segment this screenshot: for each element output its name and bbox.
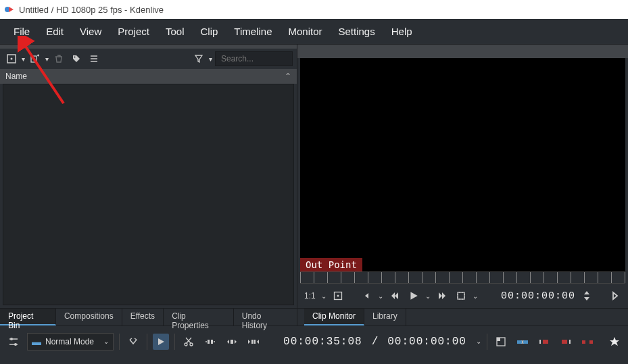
clip-monitor-panel: Out Point 1:1 ⌄ ⌄ ⌄ ⌄ 00:00:00:00 (297, 45, 628, 308)
app-icon (4, 4, 15, 15)
tab-effects[interactable]: Effects (122, 309, 164, 326)
separator (174, 334, 175, 350)
svg-point-5 (74, 57, 76, 58)
timeline-position-timecode[interactable]: 00:00:35:08 (283, 336, 362, 348)
menu-edit[interactable]: Edit (38, 22, 72, 41)
rewind-button[interactable] (387, 288, 402, 303)
insert-button[interactable] (224, 334, 240, 350)
menu-help[interactable]: Help (383, 22, 420, 41)
zone-in-button[interactable] (536, 334, 552, 350)
project-bin-panel: ▾ ▾ ▾ Name ⌃ (0, 45, 297, 308)
menu-tool[interactable]: Tool (158, 22, 193, 41)
timecode-stepper[interactable] (579, 288, 594, 303)
chevron-down-icon[interactable]: ▾ (45, 55, 49, 63)
next-button[interactable] (608, 288, 623, 303)
add-clip-button[interactable] (28, 51, 43, 66)
menu-file[interactable]: File (5, 22, 38, 41)
delete-clip-button (51, 51, 66, 66)
chevron-down-icon[interactable]: ⌄ (473, 292, 478, 300)
svg-rect-22 (543, 340, 548, 344)
menu-settings[interactable]: Settings (331, 22, 383, 41)
sort-chevron-icon: ⌃ (285, 72, 291, 81)
svg-point-10 (14, 343, 17, 346)
tab-clip-monitor[interactable]: Clip Monitor (304, 309, 364, 326)
mode-label: Normal Mode (45, 337, 94, 346)
edit-mode-select[interactable]: ▬ Normal Mode ⌄ (27, 333, 114, 350)
timecode-separator: / (372, 336, 379, 348)
zoom-label[interactable]: 1:1 (303, 291, 317, 301)
svg-point-3 (11, 58, 13, 60)
left-tabs: Project Bin Compositions Effects Clip Pr… (0, 308, 297, 326)
menu-project[interactable]: Project (110, 22, 158, 41)
separator (119, 334, 120, 350)
svg-point-9 (10, 338, 13, 340)
menu-view[interactable]: View (72, 22, 110, 41)
edit-mode-button[interactable] (454, 288, 468, 303)
spacer-tool-button[interactable] (202, 334, 218, 350)
window-title: Untitled / HD 1080p 25 fps - Kdenlive (19, 5, 164, 15)
search-input[interactable] (215, 51, 293, 66)
bin-column-header[interactable]: Name ⌃ (0, 69, 297, 84)
fullscreen-button[interactable] (331, 288, 345, 303)
tab-library[interactable]: Library (364, 309, 406, 326)
svg-rect-8 (458, 292, 464, 299)
monitor-controls: 1:1 ⌄ ⌄ ⌄ ⌄ 00:00:00:00 (297, 284, 628, 308)
forward-button[interactable] (435, 288, 450, 303)
svg-point-7 (337, 295, 339, 297)
tab-project-bin[interactable]: Project Bin (0, 309, 56, 326)
menu-button[interactable] (87, 51, 101, 66)
svg-rect-21 (523, 340, 528, 344)
zone-out-button[interactable] (558, 334, 574, 350)
set-in-button[interactable] (359, 288, 374, 303)
favorite-button[interactable] (606, 334, 623, 350)
svg-rect-14 (211, 340, 213, 344)
menu-monitor[interactable]: Monitor (280, 22, 330, 41)
chevron-down-icon[interactable]: ⌄ (476, 338, 481, 345)
compositing-button[interactable] (125, 334, 141, 350)
title-bar: Untitled / HD 1080p 25 fps - Kdenlive (0, 0, 628, 19)
track-settings-button[interactable] (5, 334, 22, 350)
overwrite-button[interactable] (245, 334, 262, 350)
tag-button[interactable] (69, 51, 84, 66)
chevron-down-icon[interactable]: ⌄ (378, 292, 383, 300)
chevron-down-icon[interactable]: ▾ (209, 55, 212, 63)
bin-content-area[interactable] (3, 84, 294, 305)
separator (487, 334, 487, 350)
mode-icon: ▬ (32, 336, 41, 347)
timeline-duration-timecode: 00:00:00:00 (387, 336, 466, 348)
select-tool-button[interactable] (153, 334, 169, 350)
view-mode-button[interactable] (4, 51, 19, 66)
menu-timeline[interactable]: Timeline (226, 22, 280, 41)
monitor-timecode[interactable]: 00:00:00:00 (501, 290, 575, 302)
monitor-viewport[interactable]: Out Point (300, 58, 625, 271)
tab-undo-history[interactable]: Undo History (234, 309, 297, 326)
lift-button[interactable] (579, 334, 596, 350)
chevron-down-icon[interactable]: ⌄ (321, 292, 327, 300)
name-column-label: Name (5, 72, 27, 81)
timeline-toolbar: ▬ Normal Mode ⌄ 00:00:35:08 / 00:00:00:0… (0, 326, 628, 357)
svg-point-12 (190, 343, 193, 346)
panel-header (297, 45, 628, 58)
chevron-down-icon[interactable]: ⌄ (425, 292, 431, 300)
right-tabs: Clip Monitor Library (297, 308, 628, 326)
tab-clip-properties[interactable]: Clip Properties (164, 309, 234, 326)
chevron-down-icon[interactable]: ▾ (22, 55, 25, 63)
mix-clips-button[interactable] (514, 334, 531, 350)
tab-compositions[interactable]: Compositions (56, 309, 122, 326)
menu-clip[interactable]: Clip (193, 22, 226, 41)
preview-render-button[interactable] (493, 334, 509, 350)
svg-rect-23 (562, 340, 567, 344)
svg-rect-25 (589, 340, 593, 344)
svg-rect-19 (497, 338, 500, 341)
svg-rect-20 (517, 340, 522, 344)
svg-rect-17 (254, 340, 256, 344)
svg-rect-15 (231, 340, 233, 344)
monitor-ruler[interactable] (300, 271, 625, 284)
cut-button[interactable] (180, 334, 197, 350)
menubar: File Edit View Project Tool Clip Timelin… (0, 19, 628, 45)
play-button[interactable] (406, 288, 421, 303)
svg-rect-13 (208, 340, 210, 344)
svg-rect-24 (582, 340, 585, 344)
filter-button[interactable] (191, 51, 206, 66)
svg-rect-4 (31, 56, 37, 62)
